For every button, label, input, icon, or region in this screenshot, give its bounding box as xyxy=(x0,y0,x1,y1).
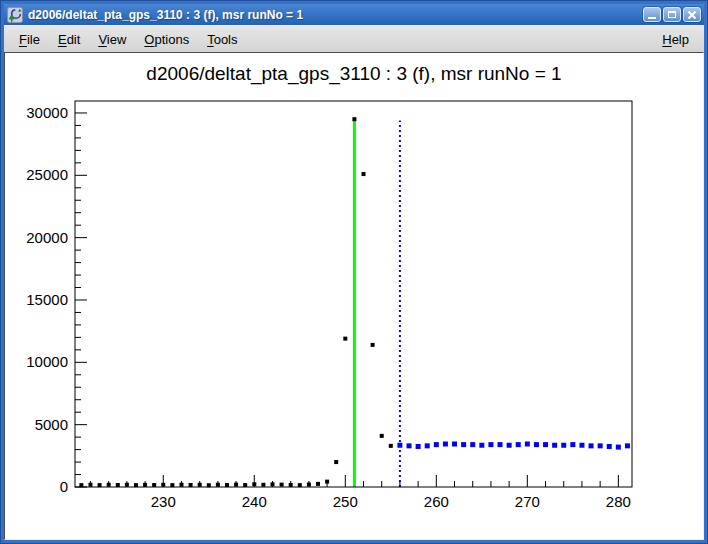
x-axis: 230240250260270280 xyxy=(90,475,630,510)
background-region-data-point xyxy=(525,441,530,446)
root-logo-icon[interactable] xyxy=(7,7,23,23)
axes: 2302402502602702800500010000150002000025… xyxy=(26,101,632,510)
x-tick-label: 280 xyxy=(606,493,631,510)
window-title: d2006/deltat_pta_gps_3110 : 3 (f), msr r… xyxy=(28,8,643,22)
background-region-data-point xyxy=(570,442,575,447)
y-tick-label: 30000 xyxy=(26,104,68,121)
background-region-data-point xyxy=(498,442,503,447)
histogram-data-point xyxy=(161,483,165,487)
histogram-data-point xyxy=(380,434,384,438)
menu-right-group: Help xyxy=(653,29,698,50)
menu-item-tools[interactable]: Tools xyxy=(198,29,246,50)
x-tick-label: 260 xyxy=(424,493,449,510)
background-region-data-point xyxy=(425,443,430,448)
histogram-data-point xyxy=(125,483,129,487)
histogram-data-point xyxy=(143,483,147,487)
background-region-data-point xyxy=(516,442,521,447)
background-region-data-point xyxy=(507,443,512,448)
histogram-data-point xyxy=(307,483,311,487)
histogram-data-point xyxy=(79,483,83,487)
histogram-data-point xyxy=(198,483,202,487)
background-region-data-point xyxy=(534,442,539,447)
background-region-data-point xyxy=(461,442,466,447)
x-tick-label: 230 xyxy=(151,493,176,510)
histogram-data-point xyxy=(225,483,229,487)
menu-left-group: FileEditViewOptionsTools xyxy=(10,29,247,50)
histogram-plot[interactable]: 2302402502602702800500010000150002000025… xyxy=(5,53,703,540)
histogram-data-point xyxy=(334,460,338,464)
background-region-data-point xyxy=(561,443,566,448)
minimize-button[interactable] xyxy=(643,7,661,22)
background-region-data-point xyxy=(552,443,557,448)
background-region-data-point xyxy=(443,441,448,446)
x-tick-label: 240 xyxy=(242,493,267,510)
background-region-data-point xyxy=(470,442,475,447)
histogram-data-point xyxy=(280,483,284,487)
background-region-data-point xyxy=(434,442,439,447)
plot-canvas[interactable]: d2006/deltat_pta_gps_3110 : 3 (f), msr r… xyxy=(4,52,704,540)
background-region-data-point xyxy=(397,443,402,448)
histogram-data-point xyxy=(216,483,220,487)
menu-item-help[interactable]: Help xyxy=(653,29,698,50)
histogram-data-point xyxy=(362,172,366,176)
background-region-data-point xyxy=(598,443,603,448)
y-tick-label: 20000 xyxy=(26,229,68,246)
close-icon xyxy=(687,10,697,20)
background-region-data-point xyxy=(452,441,457,446)
menu-item-options[interactable]: Options xyxy=(135,29,198,50)
histogram-data-point xyxy=(234,483,238,487)
menu-item-file[interactable]: File xyxy=(10,29,49,50)
background-region-data-point xyxy=(407,443,412,448)
histogram-data-point xyxy=(243,483,247,487)
background-region-data-point xyxy=(589,443,594,448)
y-tick-label: 10000 xyxy=(26,353,68,370)
y-tick-label: 5000 xyxy=(35,416,68,433)
background-region-data-point xyxy=(488,442,493,447)
background-region-data-point xyxy=(416,444,421,449)
histogram-data-point xyxy=(98,483,102,487)
menu-item-edit[interactable]: Edit xyxy=(49,29,89,50)
maximize-icon xyxy=(668,11,676,18)
background-region-data-point xyxy=(579,443,584,448)
histogram-data xyxy=(79,117,392,487)
y-tick-label: 15000 xyxy=(26,291,68,308)
reference-lines xyxy=(354,119,400,487)
window-inner: d2006/deltat_pta_gps_3110 : 3 (f), msr r… xyxy=(1,1,707,543)
histogram-data-point xyxy=(116,483,120,487)
histogram-data-point xyxy=(134,483,138,487)
background-region-data-point xyxy=(543,442,548,447)
background-region-data xyxy=(397,441,630,449)
histogram-data-point xyxy=(371,343,375,347)
histogram-data-point xyxy=(298,483,302,487)
background-region-data-point xyxy=(616,445,621,450)
close-button[interactable] xyxy=(683,7,701,22)
maximize-button[interactable] xyxy=(663,7,681,22)
histogram-data-point xyxy=(189,483,193,487)
histogram-data-point xyxy=(261,483,265,487)
background-region-data-point xyxy=(479,443,484,448)
histogram-data-point xyxy=(352,117,356,121)
background-region-data-point xyxy=(607,444,612,449)
y-tick-label: 25000 xyxy=(26,166,68,183)
window-controls xyxy=(643,7,701,22)
histogram-data-point xyxy=(179,483,183,487)
histogram-data-point xyxy=(207,483,211,487)
menubar: FileEditViewOptionsTools Help xyxy=(4,25,704,52)
menu-item-view[interactable]: View xyxy=(89,29,135,50)
histogram-data-point xyxy=(270,482,274,486)
root-canvas-window: d2006/deltat_pta_gps_3110 : 3 (f), msr r… xyxy=(0,0,708,544)
histogram-data-point xyxy=(170,483,174,487)
y-axis: 050001000015000200002500030000 xyxy=(26,104,87,495)
minimize-icon xyxy=(648,17,656,19)
histogram-data-point xyxy=(252,482,256,486)
histogram-data-point xyxy=(389,444,393,448)
y-tick-label: 0 xyxy=(60,478,68,495)
histogram-data-point xyxy=(289,483,293,487)
histogram-data-point xyxy=(316,482,320,486)
histogram-data-point xyxy=(152,483,156,487)
background-region-data-point xyxy=(625,443,630,448)
histogram-data-point xyxy=(343,337,347,341)
titlebar[interactable]: d2006/deltat_pta_gps_3110 : 3 (f), msr r… xyxy=(4,4,704,25)
histogram-data-point xyxy=(325,480,329,484)
histogram-data-point xyxy=(107,483,111,487)
